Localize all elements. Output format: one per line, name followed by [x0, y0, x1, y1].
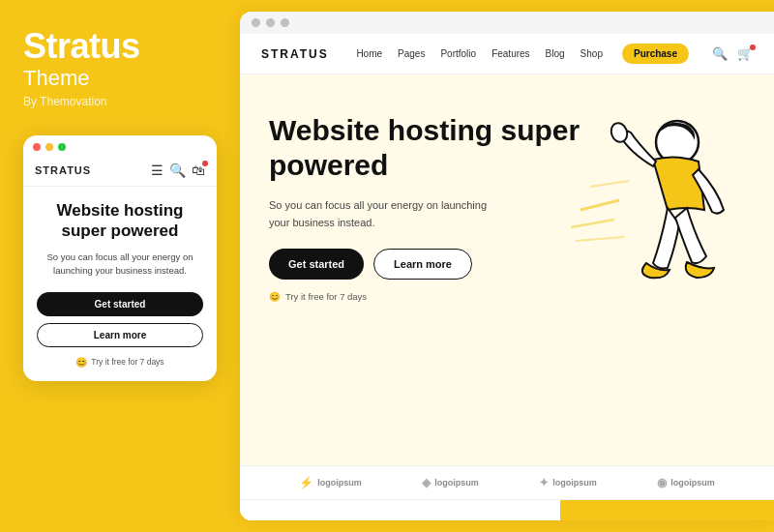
desktop-hero: Website hosting super powered So you can… — [240, 74, 774, 465]
mobile-nav: STRATUS ☰ 🔍 🛍 — [23, 157, 217, 187]
hero-learn-more-button[interactable]: Learn more — [373, 249, 472, 280]
hero-get-started-button[interactable]: Get started — [269, 249, 364, 280]
hamburger-icon[interactable]: ☰ — [151, 163, 164, 178]
svg-line-3 — [590, 181, 629, 187]
hero-left: Website hosting super powered So you can… — [269, 105, 598, 465]
mobile-get-started-button[interactable]: Get started — [37, 292, 203, 316]
bottom-strip — [240, 499, 774, 520]
hero-title: Website hosting super powered — [269, 113, 598, 183]
mobile-hero-title: Website hosting super powered — [37, 200, 203, 242]
mobile-mockup: STRATUS ☰ 🔍 🛍 Website hosting super powe… — [23, 135, 217, 381]
svg-line-1 — [571, 220, 614, 227]
mobile-dot-yellow — [45, 143, 53, 151]
desktop-nav-links: Home Pages Portfolio Features Blog Shop … — [356, 44, 753, 64]
brand-by: By Themovation — [23, 95, 107, 108]
nav-shop[interactable]: Shop — [580, 48, 603, 59]
desktop-search-icon[interactable]: 🔍 — [712, 46, 728, 61]
purchase-button[interactable]: Purchase — [622, 44, 689, 64]
mobile-try-free: 😊 Try it free for 7 days — [37, 357, 203, 368]
logo-item-1: ⚡ logoipsum — [299, 476, 362, 489]
brand-title: Stratus — [23, 27, 140, 66]
logo-symbol-4: ◉ — [657, 476, 667, 489]
logo-symbol-2: ◈ — [422, 476, 431, 489]
mobile-dot-red — [33, 143, 41, 151]
mobile-content: Website hosting super powered So you can… — [23, 187, 217, 368]
desktop-dot-1 — [252, 18, 260, 27]
mobile-dot-green — [58, 143, 66, 151]
hero-illustration — [561, 84, 755, 297]
desktop-logo: STRATUS — [261, 47, 329, 61]
svg-line-0 — [580, 200, 619, 210]
logo-symbol-3: ✦ — [539, 476, 549, 489]
brand-subtitle: Theme — [23, 66, 89, 91]
cart-icon[interactable]: 🛍 — [192, 163, 205, 178]
desktop-nav-actions: 🔍 🛒 — [712, 46, 753, 61]
logos-section: ⚡ logoipsum ◈ logoipsum ✦ logoipsum ◉ lo… — [240, 465, 774, 499]
mobile-top-bar — [23, 135, 217, 157]
logo-item-3: ✦ logoipsum — [539, 476, 597, 489]
nav-blog[interactable]: Blog — [546, 48, 565, 59]
desktop-dot-2 — [266, 18, 275, 27]
nav-pages[interactable]: Pages — [398, 48, 425, 59]
mobile-nav-icons: ☰ 🔍 🛍 — [151, 163, 205, 178]
hero-sub: So you can focus all your energy on laun… — [269, 196, 501, 231]
mobile-learn-more-button[interactable]: Learn more — [37, 323, 203, 347]
svg-line-2 — [576, 237, 624, 241]
logo-symbol-1: ⚡ — [299, 476, 313, 489]
nav-portfolio[interactable]: Portfolio — [440, 48, 476, 59]
left-panel: Stratus Theme By Themovation STRATUS ☰ 🔍… — [0, 0, 240, 532]
logo-item-4: ◉ logoipsum — [657, 476, 715, 489]
desktop-dot-3 — [281, 18, 289, 27]
desktop-cart-icon[interactable]: 🛒 — [737, 46, 753, 61]
nav-features[interactable]: Features — [491, 48, 529, 59]
right-panel: STRATUS Home Pages Portfolio Features Bl… — [240, 12, 774, 520]
logo-item-2: ◈ logoipsum — [422, 476, 479, 489]
hero-buttons: Get started Learn more — [269, 249, 598, 280]
hero-smiley-icon: 😊 — [269, 291, 281, 302]
smiley-icon: 😊 — [75, 357, 87, 368]
nav-home[interactable]: Home — [356, 48, 382, 59]
mobile-hero-sub: So you can focus all your energy on laun… — [37, 251, 203, 279]
hero-try-free: 😊 Try it free for 7 days — [269, 291, 598, 302]
mobile-logo: STRATUS — [35, 164, 91, 176]
desktop-nav: STRATUS Home Pages Portfolio Features Bl… — [240, 34, 774, 74]
search-icon[interactable]: 🔍 — [169, 163, 186, 178]
desktop-top-bar — [240, 12, 774, 34]
